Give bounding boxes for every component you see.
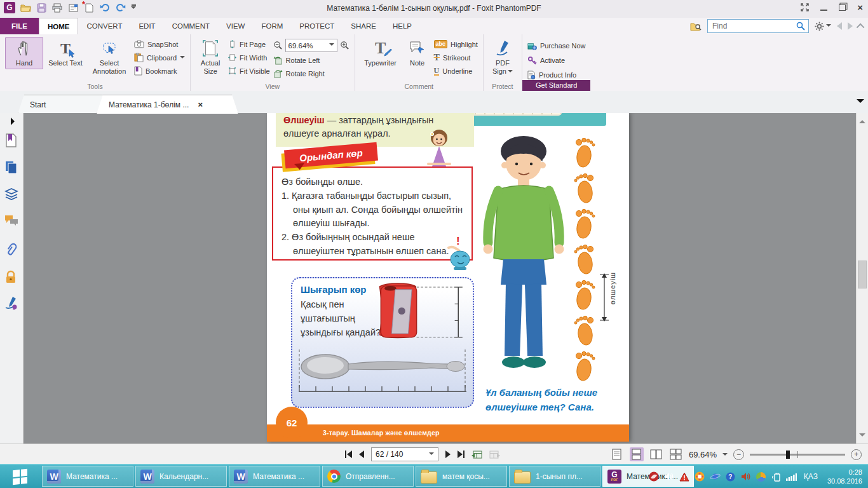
find-input-box[interactable] [707, 19, 809, 33]
zoom-slider-thumb[interactable] [786, 451, 790, 459]
zoom-out-button[interactable]: − [733, 449, 744, 460]
purchase-now-button[interactable]: Purchase Now [527, 40, 586, 51]
foxit-logo-icon[interactable]: G [4, 2, 15, 13]
strikeout-button[interactable]: T Strikeout [434, 52, 478, 63]
pdf-sign-button[interactable]: PDF Sign [489, 37, 517, 78]
taskbar-word-1[interactable]: W Математика ... [42, 466, 133, 487]
warning-icon[interactable] [679, 471, 690, 482]
tab-file[interactable]: FILE [0, 18, 39, 34]
select-annotation-button[interactable]: Select Annotation [88, 37, 131, 78]
restore-button[interactable] [839, 4, 846, 11]
power-icon[interactable] [771, 471, 782, 482]
underline-button[interactable]: U Underline [434, 65, 478, 76]
rotate-right-button[interactable]: Rotate Right [273, 68, 349, 79]
help-ball-icon[interactable]: ? [725, 471, 736, 482]
open-file-icon[interactable] [20, 2, 31, 13]
taskbar-folder-1[interactable]: матем қосы... [416, 466, 507, 487]
status-zoom-value[interactable]: 69.64% [689, 450, 717, 459]
tab-list-dropdown-icon[interactable] [857, 99, 864, 107]
document-area[interactable]: Өлшеуіш — заттардың ұзындығын өлшеуге ар… [24, 113, 857, 444]
print-icon[interactable] [51, 2, 63, 13]
zoom-out-icon[interactable] [273, 41, 283, 50]
clipboard-button[interactable]: Clipboard [134, 52, 185, 63]
activate-button[interactable]: Activate [527, 55, 586, 65]
zoom-slider[interactable] [750, 454, 845, 456]
continuous-facing-view-icon[interactable] [669, 447, 683, 461]
snapshot-button[interactable]: SnapShot [134, 39, 185, 50]
signatures-panel-icon[interactable] [4, 296, 18, 310]
taskbar-word-2[interactable]: W Кальендарн... [135, 466, 227, 487]
doc-tab-close-icon[interactable]: × [198, 100, 203, 109]
doc-tab-document[interactable]: Математика 1-бөлім ... × [97, 95, 238, 114]
previous-page-button[interactable] [359, 451, 364, 458]
qat-more-icon[interactable] [131, 4, 136, 11]
facing-view-icon[interactable] [649, 447, 663, 461]
scroll-up-icon[interactable] [859, 117, 865, 123]
taskbar-clock[interactable]: 0:28 30.08.2016 [827, 468, 862, 486]
undo-icon[interactable] [99, 2, 111, 13]
fit-page-button[interactable]: Fit Page [228, 39, 269, 50]
security-panel-icon[interactable] [4, 270, 18, 284]
rotate-left-button[interactable]: Rotate Left [273, 55, 349, 65]
bookmarks-panel-icon[interactable] [4, 133, 18, 147]
find-next-icon[interactable] [848, 22, 853, 30]
page-number-field[interactable]: 62 / 140 [371, 447, 438, 461]
fit-visible-button[interactable]: Fit Visible [228, 65, 269, 76]
sidebar-expand-icon[interactable] [11, 118, 18, 125]
tab-edit[interactable]: EDIT [130, 18, 163, 34]
select-text-button[interactable]: T Select Text [46, 37, 85, 69]
audio-manager-icon[interactable] [740, 471, 751, 482]
network-signal-icon[interactable] [786, 471, 797, 482]
status-zoom-dropdown-icon[interactable] [722, 453, 728, 458]
continuous-view-icon[interactable] [630, 447, 644, 461]
collapse-ribbon-icon[interactable] [857, 23, 865, 31]
redo-icon[interactable] [115, 2, 126, 13]
product-info-button[interactable]: Product Info [527, 69, 586, 80]
bookmark-button[interactable]: Bookmark [134, 65, 185, 76]
first-page-button[interactable] [345, 451, 352, 458]
volume-icon[interactable] [664, 471, 675, 482]
taskbar-chrome[interactable]: Отправленн... [322, 466, 414, 487]
fit-width-button[interactable]: Fit Width [228, 52, 269, 63]
tab-form[interactable]: FORM [253, 18, 291, 34]
tab-comment[interactable]: COMMENT [164, 18, 218, 34]
taskbar-folder-2[interactable]: 1-сынып пл... [509, 466, 600, 487]
tab-share[interactable]: SHARE [342, 18, 384, 34]
vertical-scrollbar[interactable] [856, 113, 868, 444]
zoom-in-button[interactable]: + [851, 449, 862, 460]
zoom-in-icon[interactable] [340, 41, 349, 50]
planet-icon[interactable] [710, 471, 721, 482]
zoom-value-combobox[interactable]: 69.64% [285, 39, 337, 52]
find-previous-icon[interactable] [837, 22, 842, 30]
next-page-button[interactable] [445, 451, 451, 458]
find-in-files-icon[interactable] [690, 22, 702, 31]
tray-app-icon[interactable] [649, 471, 660, 482]
antivirus-icon[interactable] [695, 471, 705, 482]
updater-sphere-icon[interactable] [756, 471, 766, 482]
language-indicator[interactable]: ҚАЗ [804, 472, 818, 481]
pages-panel-icon[interactable] [4, 160, 18, 174]
actual-size-button[interactable]: Actual Size [196, 37, 225, 78]
close-button[interactable]: × [857, 4, 863, 11]
hand-tool-button[interactable]: Hand [5, 37, 43, 69]
tab-view[interactable]: VIEW [218, 18, 253, 34]
highlight-button[interactable]: abc Highlight [434, 39, 478, 50]
tab-protect[interactable]: PROTECT [291, 18, 342, 34]
tab-help[interactable]: HELP [384, 18, 420, 34]
comments-panel-icon[interactable] [4, 215, 18, 229]
save-icon[interactable] [36, 2, 47, 13]
document-properties-icon[interactable] [67, 2, 79, 13]
taskbar-word-3[interactable]: W Математика ... [229, 466, 320, 487]
scrollbar-thumb[interactable] [858, 261, 867, 288]
scroll-down-icon[interactable] [859, 433, 865, 440]
previous-view-icon[interactable] [471, 450, 482, 459]
layers-panel-icon[interactable] [4, 187, 18, 201]
tab-home[interactable]: HOME [39, 18, 79, 34]
minimize-button[interactable] [820, 4, 827, 11]
new-document-icon[interactable]: * [83, 2, 95, 13]
start-button[interactable] [0, 464, 39, 488]
typewriter-button[interactable]: T Typewriter [360, 37, 401, 69]
note-button[interactable]: Note [404, 37, 431, 69]
next-view-icon[interactable] [489, 450, 500, 459]
attachments-panel-icon[interactable] [4, 243, 18, 257]
